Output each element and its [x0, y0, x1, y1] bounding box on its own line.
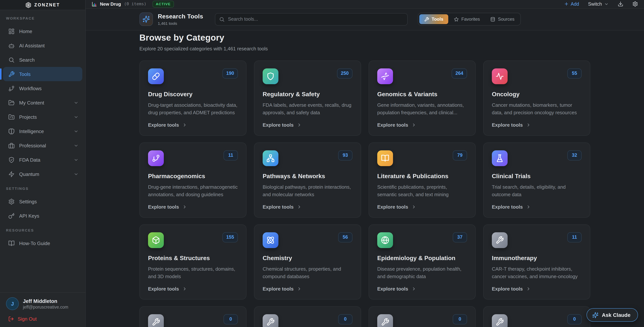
- download-icon[interactable]: [618, 1, 623, 7]
- category-card-chemistry[interactable]: 56ChemistryChemical structures, properti…: [254, 224, 361, 299]
- category-card-partial[interactable]: 0Explore tools: [140, 306, 246, 327]
- category-description: FDA labels, adverse events, recalls, dru…: [263, 101, 352, 117]
- tab-sources[interactable]: Sources: [486, 14, 520, 24]
- dna-icon: [381, 72, 389, 80]
- zap-icon: [8, 171, 15, 177]
- tab-favorites[interactable]: Favorites: [449, 14, 485, 24]
- category-icon-tile: [148, 68, 164, 84]
- folder-kanban-icon: [8, 114, 15, 120]
- category-card-literature-publications[interactable]: 79Literature & PublicationsScientific pu…: [368, 142, 476, 218]
- explore-tools-link[interactable]: Explore tools: [148, 286, 238, 292]
- category-icon-tile: [377, 314, 393, 327]
- category-card-immunotherapy[interactable]: 11ImmunotherapyCAR-T therapy, checkpoint…: [483, 224, 590, 299]
- sidebar-item-label: Home: [19, 28, 78, 34]
- card-top-row: 0: [377, 314, 467, 327]
- sign-out-button[interactable]: Sign Out: [0, 312, 85, 327]
- explore-tools-link[interactable]: Explore tools: [263, 122, 352, 128]
- explore-tools-link[interactable]: Explore tools: [263, 286, 352, 292]
- explore-tools-link[interactable]: Explore tools: [148, 122, 238, 128]
- card-top-row: 55: [492, 68, 582, 84]
- chevron-down-icon: [74, 114, 78, 119]
- main-content: New Drug (0 items) ACTIVE Add Switch: [86, 0, 644, 327]
- category-title: Drug Discovery: [148, 91, 238, 98]
- scroll-area[interactable]: Browse by Category Explore 20 specialize…: [86, 30, 644, 327]
- explore-tools-label: Explore tools: [148, 286, 179, 292]
- sidebar: ZONZNET WORKSPACEHomeAI AssistantSearchT…: [0, 0, 86, 327]
- briefcase-icon: [8, 142, 15, 149]
- ask-claude-button[interactable]: Ask Claude: [586, 308, 638, 322]
- user-email: jeff@poruscreative.com: [23, 305, 68, 309]
- zonznet-hexagon-icon: [25, 2, 32, 8]
- wrench-icon: [8, 71, 15, 77]
- category-card-genomics-variants[interactable]: 264Genomics & VariantsGene information, …: [368, 60, 476, 136]
- explore-tools-link[interactable]: Explore tools: [148, 204, 238, 210]
- sidebar-item-settings[interactable]: Settings: [3, 194, 82, 208]
- sidebar-item-search[interactable]: Search: [3, 52, 82, 67]
- category-card-partial[interactable]: 0Explore tools: [254, 306, 361, 327]
- bot-icon: [8, 42, 15, 49]
- network-icon: [266, 154, 275, 162]
- brain-icon: [8, 128, 15, 134]
- sidebar-section-label: SETTINGS: [0, 186, 85, 190]
- sidebar-item-workflows[interactable]: Workflows: [3, 81, 82, 96]
- chevron-right-icon: [297, 204, 302, 209]
- sidebar-item-ai-assistant[interactable]: AI Assistant: [3, 38, 82, 52]
- sidebar-item-label: Projects: [19, 114, 69, 120]
- category-card-pathways-networks[interactable]: 93Pathways & NetworksBiological pathways…: [254, 142, 361, 218]
- sidebar-item-professional[interactable]: Professional: [3, 138, 82, 152]
- category-card-proteins-structures[interactable]: 155Proteins & StructuresProtein sequence…: [140, 224, 246, 299]
- card-top-row: 190: [148, 68, 238, 84]
- pill-icon: [152, 72, 160, 80]
- explore-tools-link[interactable]: Explore tools: [492, 122, 582, 128]
- explore-tools-label: Explore tools: [377, 122, 408, 128]
- wrench-icon: [424, 17, 429, 22]
- explore-tools-link[interactable]: Explore tools: [377, 122, 467, 128]
- explore-tools-link[interactable]: Explore tools: [492, 204, 582, 210]
- explore-tools-link[interactable]: Explore tools: [263, 204, 352, 210]
- category-icon-tile: [263, 68, 278, 84]
- explore-tools-link[interactable]: Explore tools: [377, 204, 467, 210]
- category-title: Oncology: [492, 91, 582, 98]
- wrench-icon: [381, 318, 389, 326]
- tools-count: 1,461 tools: [158, 21, 203, 25]
- sidebar-item-label: How-To Guide: [19, 240, 78, 246]
- sidebar-item-my-content[interactable]: My Content: [3, 96, 82, 110]
- category-card-partial[interactable]: 0Explore tools: [483, 306, 590, 327]
- sidebar-item-api-keys[interactable]: API Keys: [3, 208, 82, 223]
- tab-tools[interactable]: Tools: [419, 14, 448, 24]
- brand-logo[interactable]: ZONZNET: [0, 0, 85, 10]
- category-icon-tile: [492, 232, 508, 248]
- category-title: Genomics & Variants: [377, 91, 467, 98]
- category-icon-tile: [263, 314, 278, 327]
- category-card-partial[interactable]: 0Explore tools: [368, 306, 476, 327]
- switch-button[interactable]: Switch: [588, 2, 609, 7]
- card-top-row: 155: [148, 232, 238, 248]
- tool-count-badge: 55: [567, 68, 582, 78]
- project-name: New Drug: [100, 2, 121, 7]
- search-input[interactable]: [215, 13, 408, 25]
- app-root: ZONZNET WORKSPACEHomeAI AssistantSearchT…: [0, 0, 644, 327]
- bar-chart-icon: [92, 2, 97, 7]
- sidebar-item-projects[interactable]: Projects: [3, 110, 82, 124]
- user-box[interactable]: J Jeff Middleton jeff@poruscreative.com: [0, 292, 85, 312]
- globe-icon: [381, 236, 389, 244]
- category-card-drug-discovery[interactable]: 190Drug DiscoveryDrug-target association…: [140, 60, 246, 136]
- explore-tools-link[interactable]: Explore tools: [377, 286, 467, 292]
- sidebar-item-how-to-guide[interactable]: How-To Guide: [3, 236, 82, 250]
- sidebar-item-intelligence[interactable]: Intelligence: [3, 124, 82, 138]
- category-card-regulatory-safety[interactable]: 250Regulatory & SafetyFDA labels, advers…: [254, 60, 361, 136]
- explore-tools-link[interactable]: Explore tools: [492, 286, 582, 292]
- sidebar-item-tools[interactable]: Tools: [3, 67, 82, 81]
- category-card-oncology[interactable]: 55OncologyCancer mutations, biomarkers, …: [483, 60, 590, 136]
- sidebar-item-label: FDA Data: [19, 157, 69, 162]
- sidebar-item-home[interactable]: Home: [3, 24, 82, 38]
- card-top-row: 264: [377, 68, 467, 84]
- sidebar-item-quantum[interactable]: Quantum: [3, 167, 82, 181]
- add-button[interactable]: Add: [564, 2, 579, 7]
- category-card-clinical-trials[interactable]: 32Clinical TrialsTrial search, details, …: [483, 142, 590, 218]
- tool-count-badge: 11: [567, 232, 582, 242]
- category-card-pharmacogenomics[interactable]: 11PharmacogenomicsDrug-gene interactions…: [140, 142, 246, 218]
- gear-icon[interactable]: [632, 1, 638, 7]
- category-card-epidemiology-population[interactable]: 37Epidemiology & PopulationDisease preva…: [368, 224, 476, 299]
- sidebar-item-fda-data[interactable]: FDA Data: [3, 152, 82, 167]
